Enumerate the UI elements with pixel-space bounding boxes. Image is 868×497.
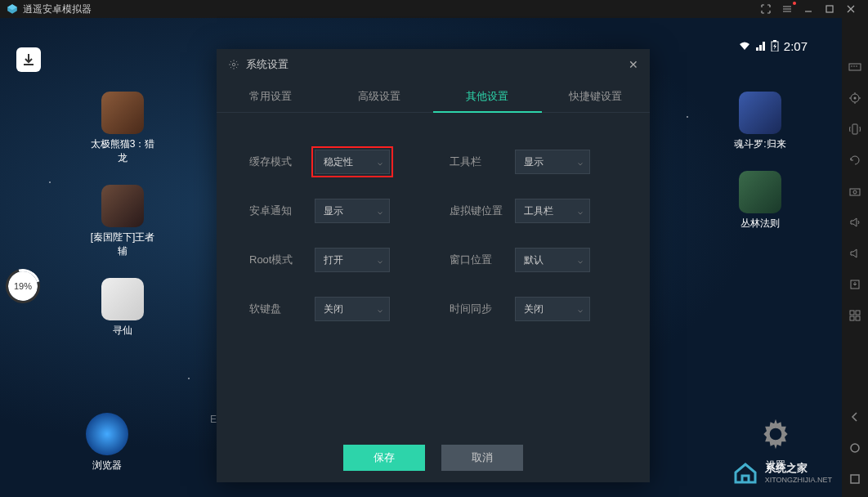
label-virtual-key-pos: 虚拟键位置 — [450, 204, 503, 218]
download-shortcut[interactable] — [16, 47, 41, 72]
select-soft-keyboard[interactable]: 关闭⌵ — [315, 297, 390, 321]
chevron-down-icon: ⌵ — [578, 207, 583, 216]
svg-point-5 — [232, 63, 235, 66]
app-icon-browser[interactable]: 浏览器 — [86, 413, 128, 472]
app-icon-jungle-rules[interactable]: 丛林法则 — [739, 171, 781, 231]
svg-rect-13 — [850, 189, 860, 195]
chevron-down-icon: ⌵ — [578, 305, 583, 314]
dialog-title: 系统设置 — [246, 57, 289, 72]
select-android-notify[interactable]: 显示⌵ — [315, 199, 390, 223]
wifi-icon — [738, 41, 751, 51]
cancel-button[interactable]: 取消 — [441, 445, 523, 471]
svg-point-8 — [853, 65, 855, 67]
svg-rect-18 — [850, 316, 854, 320]
svg-point-14 — [853, 190, 857, 194]
app-label: 丛林法则 — [740, 217, 780, 231]
minimize-button[interactable] — [798, 0, 819, 18]
toolbar-screenshot-button[interactable] — [847, 183, 863, 199]
svg-rect-12 — [852, 124, 857, 134]
gear-icon — [758, 416, 794, 452]
chevron-down-icon: ⌵ — [378, 305, 383, 314]
app-label: 太极熊猫3：猎龙 — [86, 137, 159, 165]
fullscreen-button[interactable] — [755, 0, 776, 18]
svg-rect-17 — [856, 311, 860, 315]
tab-advanced[interactable]: 高级设置 — [325, 80, 434, 112]
label-root-mode: Root模式 — [249, 253, 303, 267]
svg-rect-2 — [826, 6, 833, 12]
app-label: 魂斗罗:归来 — [734, 137, 785, 151]
notification-dot — [793, 2, 796, 5]
select-time-sync[interactable]: 关闭⌵ — [515, 297, 590, 321]
android-home-button[interactable] — [847, 440, 863, 456]
emulator-toolbar — [842, 18, 868, 497]
chevron-down-icon: ⌵ — [578, 158, 583, 167]
toolbar-shake-button[interactable] — [847, 121, 863, 137]
label-android-notify: 安卓通知 — [249, 204, 303, 218]
select-cache-mode[interactable]: 稳定性⌵ — [315, 150, 390, 174]
label-time-sync: 时间同步 — [450, 302, 503, 316]
watermark-url: XITONGZHIJIA.NET — [765, 476, 832, 484]
label-soft-keyboard: 软键盘 — [249, 302, 303, 316]
toolbar-location-button[interactable] — [847, 90, 863, 106]
watermark-logo-icon — [731, 458, 760, 487]
app-label: 寻仙 — [113, 324, 132, 338]
select-toolbar[interactable]: 显示⌵ — [515, 150, 590, 174]
desktop-area: 2:07 19% 太极熊猫3：猎龙 [秦国陛下]王者辅 寻仙 魂斗罗:归来 — [0, 18, 842, 497]
dialog-tabs: 常用设置 高级设置 其他设置 快捷键设置 — [217, 80, 650, 113]
toolbar-apk-button[interactable] — [847, 276, 863, 293]
select-root-mode[interactable]: 打开⌵ — [315, 248, 390, 272]
chevron-down-icon: ⌵ — [378, 256, 383, 265]
label-toolbar: 工具栏 — [450, 154, 503, 169]
toolbar-volume-down-button[interactable] — [847, 245, 863, 262]
toolbar-volume-up-button[interactable] — [847, 214, 863, 231]
toolbar-rotate-button[interactable] — [847, 152, 863, 168]
app-logo-icon — [7, 3, 18, 15]
watermark: 系统之家 XITONGZHIJIA.NET — [731, 458, 832, 487]
toolbar-keyboard-button[interactable] — [847, 59, 863, 75]
tab-shortcuts[interactable]: 快捷键设置 — [542, 80, 651, 112]
maximize-button[interactable] — [819, 0, 840, 18]
battery-icon — [771, 40, 779, 51]
svg-point-9 — [856, 65, 857, 67]
app-icon-king-assist[interactable]: [秦国陛下]王者辅 — [86, 185, 159, 258]
app-icon-taiji-panda3[interactable]: 太极熊猫3：猎龙 — [86, 92, 159, 165]
progress-label: 19% — [14, 281, 32, 291]
close-button[interactable] — [840, 0, 861, 18]
svg-rect-19 — [856, 316, 860, 320]
android-back-button[interactable] — [847, 409, 863, 425]
svg-point-11 — [854, 97, 857, 100]
svg-rect-21 — [851, 475, 859, 483]
dialog-header: 系统设置 ✕ — [217, 49, 650, 80]
chevron-down-icon: ⌵ — [378, 207, 383, 216]
tab-common[interactable]: 常用设置 — [217, 80, 325, 112]
android-status-bar: 2:07 — [738, 36, 816, 56]
app-title: 逍遥安卓模拟器 — [23, 2, 92, 16]
progress-indicator[interactable]: 19% — [8, 271, 38, 301]
svg-point-7 — [851, 65, 852, 67]
svg-rect-6 — [849, 64, 861, 70]
app-icon-contra[interactable]: 魂斗罗:归来 — [734, 92, 785, 151]
svg-rect-16 — [850, 311, 854, 315]
select-window-pos[interactable]: 默认⌵ — [515, 248, 590, 272]
app-icon-xunxian[interactable]: 寻仙 — [101, 278, 144, 338]
select-virtual-key-pos[interactable]: 工具栏⌵ — [515, 199, 590, 223]
signal-icon — [756, 41, 766, 51]
dialog-footer: 保存 取消 — [217, 433, 650, 482]
app-label: 浏览器 — [92, 459, 122, 472]
gear-icon — [228, 59, 239, 70]
save-button[interactable]: 保存 — [343, 445, 425, 471]
app-label: [秦国陛下]王者辅 — [86, 231, 159, 258]
svg-rect-4 — [773, 40, 776, 42]
chevron-down-icon: ⌵ — [578, 256, 583, 265]
watermark-title: 系统之家 — [765, 461, 832, 476]
chevron-down-icon: ⌵ — [378, 158, 383, 167]
clock-label: 2:07 — [784, 39, 808, 53]
window-titlebar: 逍遥安卓模拟器 — [0, 0, 868, 18]
tab-other[interactable]: 其他设置 — [433, 80, 542, 112]
android-recent-button[interactable] — [847, 471, 863, 487]
toolbar-more-button[interactable] — [847, 307, 863, 324]
label-cache-mode: 缓存模式 — [249, 154, 303, 169]
dialog-close-button[interactable]: ✕ — [629, 58, 638, 71]
svg-point-20 — [851, 444, 859, 452]
settings-dialog: 系统设置 ✕ 常用设置 高级设置 其他设置 快捷键设置 缓存模式 稳定性⌵ 工具… — [217, 49, 650, 482]
